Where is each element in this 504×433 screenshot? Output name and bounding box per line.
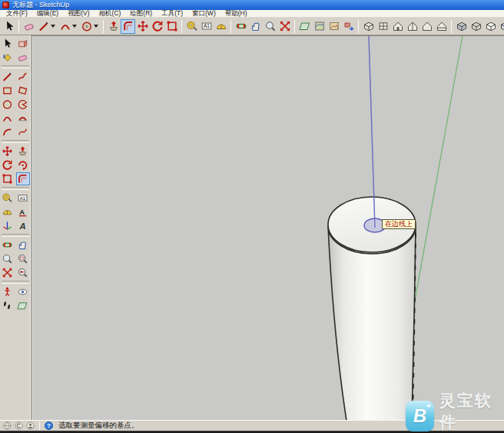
wireframe-button[interactable] (469, 19, 483, 34)
dropdown-arrow-icon[interactable] (94, 25, 98, 28)
menu-item-帮助[interactable]: 帮助(H) (220, 9, 252, 18)
position-camera-tool-button[interactable] (1, 285, 15, 298)
offset-button[interactable] (121, 19, 135, 34)
3-point-arc-tool-button[interactable] (1, 125, 15, 138)
menu-item-编辑[interactable]: 编辑(E) (32, 9, 63, 18)
section-plane-tool-button[interactable] (16, 299, 30, 312)
menu-item-相机[interactable]: 相机(C) (94, 9, 126, 18)
orbit-icon (235, 20, 247, 32)
section-plane-button[interactable] (297, 19, 312, 34)
orbit-button[interactable] (234, 19, 248, 34)
rotate-button[interactable] (150, 19, 164, 34)
zoom-icon (2, 253, 13, 265)
axes-tool-button[interactable] (1, 219, 15, 232)
bezier-tool-button[interactable] (16, 125, 30, 138)
line-button[interactable] (36, 19, 51, 34)
select-tool-button[interactable] (1, 37, 15, 50)
rectangle-tool-button[interactable] (1, 84, 15, 97)
pan-icon (17, 239, 28, 251)
push-pull-tool-button[interactable] (16, 145, 30, 158)
rectangle-icon (2, 85, 13, 96)
back-view-button[interactable] (434, 19, 449, 34)
text-icon: A (17, 206, 28, 218)
drawing-canvas[interactable]: 在边线上 (31, 35, 504, 420)
previous-view-tool-button[interactable] (16, 266, 30, 279)
shaded-icon (499, 20, 504, 32)
line-icon (38, 20, 50, 32)
zoom-window-tool-button[interactable] (16, 252, 30, 265)
move-tool-button[interactable] (1, 145, 15, 158)
front-view-button[interactable] (390, 19, 405, 34)
zoom-tool-button[interactable] (1, 252, 15, 265)
hidden-line-button[interactable] (483, 19, 498, 34)
left-view-button[interactable] (419, 19, 434, 34)
circle-tool-button[interactable] (1, 98, 15, 111)
orbit-tool-button[interactable] (1, 238, 15, 251)
walk-tool-button[interactable] (1, 299, 15, 312)
2-point-arc-tool-button[interactable] (16, 112, 30, 125)
move-button[interactable] (135, 19, 150, 34)
credits-icon[interactable] (15, 421, 23, 430)
rotate-tool-button[interactable] (1, 158, 15, 172)
menu-item-视图[interactable]: 视图(V) (63, 9, 94, 18)
sign-in-icon[interactable] (26, 421, 35, 430)
zoom-extents-tool-button[interactable] (1, 266, 15, 279)
import-model-button[interactable] (341, 19, 356, 34)
x-ray-button[interactable] (454, 19, 469, 34)
shaded-button[interactable] (498, 19, 504, 34)
right-view-icon (406, 20, 419, 32)
zoom-extents-button[interactable] (277, 19, 292, 34)
menu-bar: 文件(F)编辑(E)视图(V)相机(C)绘图(R)工具(T)窗口(W)帮助(H) (0, 10, 504, 18)
dropdown-arrow-icon[interactable] (51, 25, 55, 28)
zoom-extents-icon (279, 20, 291, 32)
menu-item-文件[interactable]: 文件(F) (2, 9, 32, 18)
push-pull-button[interactable] (106, 19, 121, 34)
add-location-button[interactable] (312, 19, 327, 34)
tape-measure-button[interactable] (184, 19, 199, 34)
pie-tool-button[interactable] (16, 98, 30, 111)
look-around-tool-button[interactable] (16, 285, 30, 298)
pan-tool-button[interactable] (16, 238, 30, 251)
3d-text-tool-button[interactable]: A (16, 219, 30, 232)
svg-text:A1: A1 (20, 195, 26, 201)
dimension-button[interactable]: A1 (199, 19, 214, 34)
scale-tool-button[interactable] (1, 172, 15, 185)
eraser-button[interactable] (22, 19, 36, 34)
eraser-tool-button[interactable] (16, 51, 30, 64)
menu-item-绘图[interactable]: 绘图(R) (125, 9, 157, 18)
iso-view-button[interactable] (361, 19, 376, 34)
shapes-button[interactable] (79, 19, 94, 34)
paint-bucket-tool-button[interactable] (1, 51, 15, 64)
offset-tool-button[interactable] (16, 172, 30, 185)
2-point-arc-icon (17, 112, 28, 124)
dimension-tool-button[interactable]: A1 (16, 192, 30, 205)
make-component-tool-button[interactable] (16, 37, 30, 50)
tape-measure-tool-button[interactable] (1, 192, 15, 205)
protractor-button[interactable] (214, 19, 228, 34)
photo-match-button[interactable] (327, 19, 341, 34)
arc-button[interactable] (58, 19, 72, 34)
orbit-icon (2, 239, 13, 251)
top-view-button[interactable] (376, 19, 390, 34)
rotated-rectangle-tool-button[interactable] (16, 84, 30, 97)
geolocation-icon[interactable] (3, 421, 12, 430)
line-tool-button[interactable] (1, 70, 15, 83)
select-button[interactable] (2, 19, 16, 34)
help-icon[interactable]: ? (45, 421, 53, 430)
menu-item-窗口[interactable]: 窗口(W) (187, 9, 220, 18)
toolbar-separator (358, 20, 359, 33)
text-tool-button[interactable]: A (16, 205, 30, 218)
pan-button[interactable] (248, 19, 263, 34)
zoom-icon (264, 20, 277, 32)
iso-view-icon (363, 20, 375, 32)
dropdown-arrow-icon[interactable] (72, 25, 77, 28)
follow-me-tool-button[interactable] (16, 158, 30, 172)
freehand-tool-button[interactable] (16, 70, 30, 83)
scale-button[interactable] (164, 19, 179, 34)
protractor-tool-button[interactable] (1, 205, 15, 218)
menu-item-工具[interactable]: 工具(T) (157, 9, 187, 18)
arc-tool-button[interactable] (1, 112, 15, 125)
eraser-icon (23, 20, 35, 32)
zoom-button[interactable] (263, 19, 277, 34)
right-view-button[interactable] (405, 19, 419, 34)
